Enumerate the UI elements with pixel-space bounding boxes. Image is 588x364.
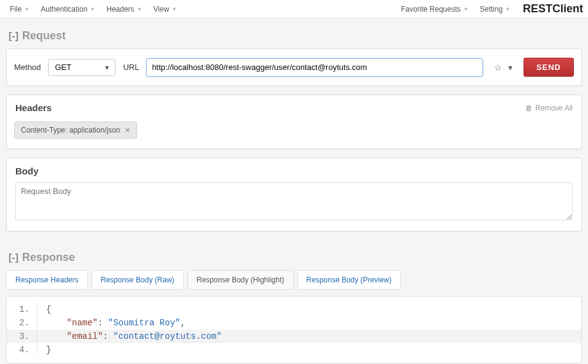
chevron-down-icon: ▼ [137, 6, 143, 12]
menu-right-group: Favorite Requests▼ Setting▼ RESTClient [396, 2, 583, 16]
response-tabs: Response Headers Response Body (Raw) Res… [0, 270, 588, 296]
code-line: 3. "email": "contact@roytuts.com" [7, 330, 581, 343]
url-label: URL [123, 63, 139, 72]
menu-view[interactable]: View▼ [149, 2, 182, 16]
chevron-down-icon: ▼ [24, 6, 29, 12]
chevron-down-icon: ▼ [171, 6, 177, 12]
url-input[interactable] [146, 58, 482, 77]
body-title: Body [15, 166, 39, 176]
chevron-down-icon: ▼ [90, 6, 95, 12]
line-number: 2. [7, 316, 37, 330]
app-brand: RESTClient [517, 2, 583, 15]
header-chip[interactable]: Content-Type: application/json ✕ [14, 122, 137, 139]
top-menu-bar: File▼ Authentication▼ Headers▼ View▼ Fav… [0, 0, 588, 18]
collapse-icon[interactable]: [-] [9, 252, 18, 263]
tab-response-headers[interactable]: Response Headers [6, 270, 88, 290]
url-actions: ☆ ▾ [490, 63, 516, 72]
chevron-down-icon[interactable]: ▾ [508, 63, 512, 72]
tab-response-body-raw[interactable]: Response Body (Raw) [92, 270, 184, 290]
menu-headers[interactable]: Headers▼ [101, 2, 147, 16]
tab-response-body-preview[interactable]: Response Body (Preview) [297, 270, 401, 290]
menu-favorite-requests[interactable]: Favorite Requests▼ [396, 2, 473, 16]
request-section-title: [-] Request [0, 18, 588, 48]
line-number: 1. [7, 303, 37, 316]
method-select[interactable]: GET ▾ [48, 59, 116, 76]
menu-authentication[interactable]: Authentication▼ [36, 2, 100, 16]
star-icon[interactable]: ☆ [494, 63, 502, 72]
code-line: 4. } [7, 343, 581, 357]
headers-title: Headers [15, 103, 52, 113]
body-panel: Body [6, 158, 582, 231]
url-bar: Method GET ▾ URL ☆ ▾ SEND [7, 49, 581, 85]
headers-panel: Headers 🗑 Remove All Content-Type: appli… [6, 95, 582, 149]
menu-file[interactable]: File▼ [5, 2, 34, 16]
remove-all-headers[interactable]: 🗑 Remove All [525, 104, 573, 112]
menu-setting[interactable]: Setting▼ [475, 2, 515, 16]
send-button[interactable]: SEND [523, 58, 574, 77]
method-label: Method [14, 63, 41, 72]
collapse-icon[interactable]: [-] [9, 31, 18, 42]
request-panel: Method GET ▾ URL ☆ ▾ SEND [6, 48, 582, 86]
chevron-down-icon: ▼ [463, 6, 469, 12]
request-body-input[interactable] [15, 182, 573, 220]
menu-left-group: File▼ Authentication▼ Headers▼ View▼ [5, 2, 182, 16]
line-number: 3. [7, 330, 37, 343]
line-number: 4. [7, 343, 37, 357]
tab-response-body-highlight[interactable]: Response Body (Highlight) [187, 270, 294, 290]
trash-icon: 🗑 [525, 104, 533, 112]
code-line: 1. { [7, 303, 581, 316]
close-icon[interactable]: ✕ [125, 126, 130, 134]
chevron-down-icon: ▼ [505, 6, 511, 12]
response-section-title: [-] Response [0, 240, 588, 270]
response-body: 1. { 2. "name": "Soumitra Roy", 3. "emai… [6, 296, 582, 363]
header-chips: Content-Type: application/json ✕ [7, 117, 581, 149]
chevron-down-icon: ▾ [105, 63, 109, 72]
code-line: 2. "name": "Soumitra Roy", [7, 316, 581, 330]
